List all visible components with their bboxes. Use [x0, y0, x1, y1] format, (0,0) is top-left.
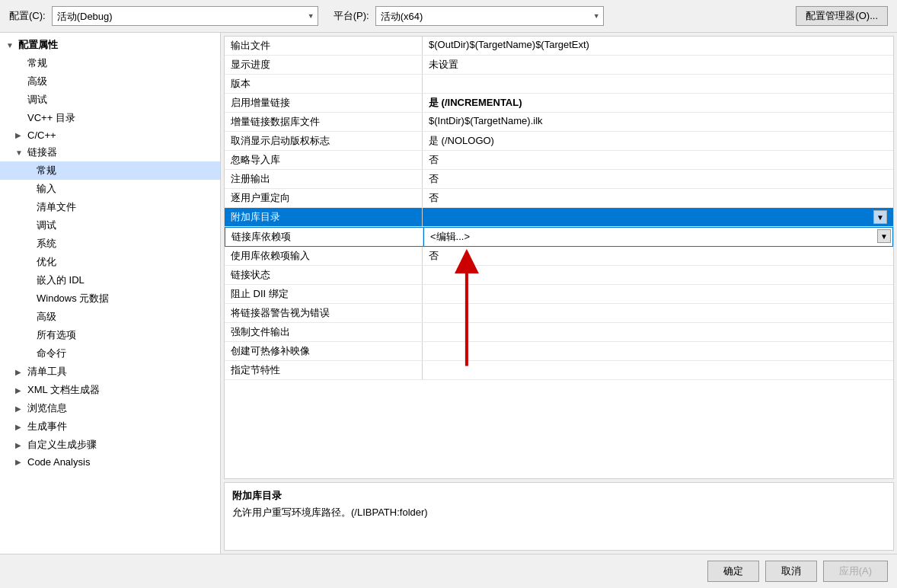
prop-value-ilk: $(IntDir)$(TargetName).ilk — [423, 113, 893, 131]
main-content: ▼ 配置属性 ▶ 常规 ▶ 高级 ▶ 调试 ▶ VC++ 目录 ▶ C/C++ … — [0, 33, 897, 554]
sidebar-item-linker-debug[interactable]: ▶ 调试 — [0, 216, 220, 235]
sidebar-label-linker-qingdan: 清单文件 — [37, 200, 76, 214]
sidebar-label-browse: 浏览信息 — [27, 401, 67, 415]
prop-name-version: 版本 — [225, 75, 423, 93]
root-arrow: ▼ — [6, 41, 15, 50]
sidebar-item-browse[interactable]: ▶ 浏览信息 — [0, 399, 220, 417]
sidebar-item-linker-cmdline[interactable]: ▶ 命令行 — [0, 344, 220, 363]
platform-label: 平台(P): — [334, 9, 369, 23]
sidebar-label-vcpp: VC++ 目录 — [27, 111, 75, 125]
sidebar-item-gaoji[interactable]: ▶ 高级 — [0, 72, 220, 91]
sidebar-item-cpp[interactable]: ▶ C/C++ — [0, 127, 220, 143]
prop-row-force-output[interactable]: 强制文件输出 — [225, 323, 893, 342]
prop-name-warn-as-error: 将链接器警告视为错误 — [225, 304, 423, 322]
sidebar-item-xml-gen[interactable]: ▶ XML 文档生成器 — [0, 381, 220, 399]
build-events-arrow: ▶ — [15, 423, 24, 431]
config-select[interactable]: 活动(Debug) — [52, 6, 318, 26]
sidebar-item-linker-system[interactable]: ▶ 系统 — [0, 235, 220, 253]
sidebar-label-linker-changgui: 常规 — [37, 164, 56, 177]
sidebar-item-linker-optimize[interactable]: ▶ 优化 — [0, 253, 220, 271]
config-select-wrapper[interactable]: 活动(Debug) — [52, 6, 318, 26]
sidebar-item-linker-changgui[interactable]: ▶ 常规 — [0, 161, 220, 180]
prop-row-user-redirect[interactable]: 逐用户重定向 否 — [225, 189, 893, 208]
prop-value-ignore-import: 否 — [423, 151, 893, 169]
prop-row-ignore-import[interactable]: 忽略导入库 否 — [225, 151, 893, 170]
prop-row-output[interactable]: 输出文件 $(OutDir)$(TargetName)$(TargetExt) — [225, 37, 893, 56]
prop-value-user-redirect: 否 — [423, 189, 893, 207]
prop-row-nologo[interactable]: 取消显示启动版权标志 是 (/NOLOGO) — [225, 132, 893, 151]
platform-select-wrapper[interactable]: 活动(x64) — [375, 6, 604, 26]
prop-row-link-status[interactable]: 链接状态 — [225, 266, 893, 285]
prop-row-lib-dirs[interactable]: 附加库目录 ▼ — [225, 208, 893, 227]
prop-name-user-redirect: 逐用户重定向 — [225, 189, 423, 207]
sidebar-label-xml-gen: XML 文档生成器 — [27, 383, 100, 397]
sidebar-label-linker-input: 输入 — [37, 182, 56, 196]
xml-gen-arrow: ▶ — [15, 386, 24, 395]
sidebar-item-custom-build[interactable]: ▶ 自定义生成步骤 — [0, 436, 220, 454]
sidebar-item-linker-qingdan[interactable]: ▶ 清单文件 — [0, 198, 220, 216]
config-manager-button[interactable]: 配置管理器(O)... — [796, 6, 888, 26]
sidebar-label-gaoji: 高级 — [27, 75, 47, 88]
lib-dirs-dropdown-btn[interactable]: ▼ — [873, 210, 887, 224]
sidebar-item-vcpp[interactable]: ▶ VC++ 目录 — [0, 109, 220, 127]
platform-select[interactable]: 活动(x64) — [375, 6, 604, 26]
sidebar-item-changgui[interactable]: ▶ 常规 — [0, 54, 220, 72]
prop-row-warn-as-error[interactable]: 将链接器警告视为错误 — [225, 304, 893, 323]
prop-row-prevent-dll[interactable]: 阻止 DII 绑定 — [225, 285, 893, 304]
sidebar-label-cpp: C/C++ — [27, 129, 56, 141]
sidebar-item-linker-all[interactable]: ▶ 所有选项 — [0, 326, 220, 344]
prop-row-use-lib-input[interactable]: 使用库依赖项输入 否 — [225, 247, 893, 266]
prop-name-ilk: 增量链接数据库文件 — [225, 113, 423, 131]
right-panel: 输出文件 $(OutDir)$(TargetName)$(TargetExt) … — [221, 33, 897, 554]
prop-row-version[interactable]: 版本 — [225, 75, 893, 94]
prop-value-lib-dirs: ▼ — [423, 208, 893, 226]
sidebar-item-linker-advanced[interactable]: ▶ 高级 — [0, 308, 220, 326]
sidebar-item-qingdan-tools[interactable]: ▶ 清单工具 — [0, 363, 220, 381]
sidebar-item-code-analysis[interactable]: ▶ Code Analysis — [0, 454, 220, 470]
sidebar-item-linker-idl[interactable]: ▶ 嵌入的 IDL — [0, 271, 220, 289]
description-title: 附加库目录 — [232, 489, 886, 503]
sidebar-label-custom-build: 自定义生成步骤 — [27, 438, 97, 452]
sidebar-root-label: 配置属性 — [18, 38, 58, 52]
description-text: 允许用户重写环境库路径。(/LIBPATH:folder) — [232, 506, 886, 519]
custom-build-arrow: ▶ — [15, 441, 24, 449]
prop-row-lib-deps[interactable]: 链接库依赖项 <编辑...> ▼ — [225, 227, 893, 247]
sidebar-label-tiaoshi: 调试 — [27, 93, 47, 107]
linker-arrow: ▼ — [15, 149, 24, 157]
cancel-button[interactable]: 取消 — [765, 561, 817, 582]
prop-row-incremental[interactable]: 启用增量链接 是 (/INCREMENTAL) — [225, 94, 893, 113]
top-bar: 配置(C): 活动(Debug) 平台(P): 活动(x64) 配置管理器(O)… — [0, 0, 897, 33]
sidebar-item-tiaoshi[interactable]: ▶ 调试 — [0, 91, 220, 109]
prop-row-section-attrs[interactable]: 指定节特性 — [225, 361, 893, 380]
prop-value-progress: 未设置 — [423, 56, 893, 74]
apply-button[interactable]: 应用(A) — [823, 561, 888, 582]
prop-row-hotpatch[interactable]: 创建可热修补映像 — [225, 342, 893, 361]
prop-name-hotpatch: 创建可热修补映像 — [225, 342, 423, 360]
lib-deps-edit-btn[interactable]: ▼ — [877, 229, 891, 243]
sidebar-label-linker-cmdline: 命令行 — [37, 347, 66, 360]
sidebar-item-root[interactable]: ▼ 配置属性 — [0, 36, 220, 54]
prop-value-output: $(OutDir)$(TargetName)$(TargetExt) — [423, 37, 893, 55]
sidebar-item-linker-windows[interactable]: ▶ Windows 元数据 — [0, 289, 220, 308]
prop-value-section-attrs — [423, 361, 893, 379]
prop-value-force-output — [423, 323, 893, 341]
sidebar-label-linker: 链接器 — [27, 145, 57, 159]
sidebar-label-linker-advanced: 高级 — [37, 310, 56, 324]
qingdan-tools-arrow: ▶ — [15, 368, 24, 376]
prop-row-progress[interactable]: 显示进度 未设置 — [225, 56, 893, 75]
prop-name-progress: 显示进度 — [225, 56, 423, 74]
sidebar-label-build-events: 生成事件 — [27, 420, 67, 433]
sidebar-item-linker-input[interactable]: ▶ 输入 — [0, 180, 220, 198]
prop-name-ignore-import: 忽略导入库 — [225, 151, 423, 169]
prop-value-register-output: 否 — [423, 170, 893, 188]
prop-row-register-output[interactable]: 注册输出 否 — [225, 170, 893, 189]
prop-row-ilk[interactable]: 增量链接数据库文件 $(IntDir)$(TargetName).ilk — [225, 113, 893, 132]
ok-button[interactable]: 确定 — [707, 561, 759, 582]
sidebar-label-code-analysis: Code Analysis — [27, 456, 90, 468]
sidebar-item-build-events[interactable]: ▶ 生成事件 — [0, 417, 220, 436]
prop-name-lib-dirs: 附加库目录 — [225, 208, 423, 226]
sidebar-label-linker-all: 所有选项 — [37, 328, 76, 342]
prop-value-nologo: 是 (/NOLOGO) — [423, 132, 893, 150]
prop-name-nologo: 取消显示启动版权标志 — [225, 132, 423, 150]
sidebar-item-linker[interactable]: ▼ 链接器 — [0, 143, 220, 161]
